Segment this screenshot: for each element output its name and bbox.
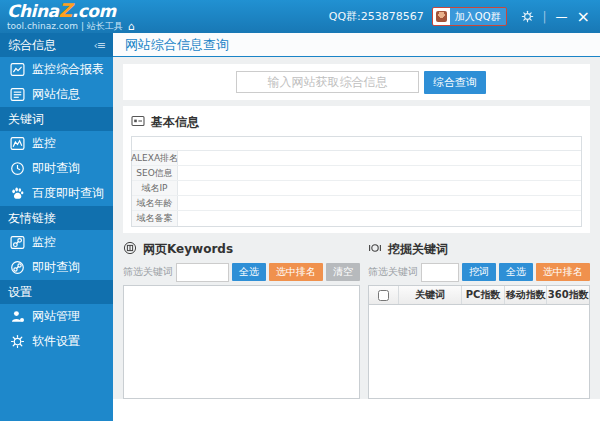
- settings-gear-icon[interactable]: [521, 10, 534, 23]
- close-button[interactable]: ×: [577, 7, 590, 26]
- select-all-button[interactable]: 全选: [232, 263, 266, 281]
- alexa-rank-value: [178, 151, 581, 165]
- sidebar-item-label: 监控: [32, 234, 56, 251]
- clear-button[interactable]: 清空: [326, 263, 360, 281]
- column-mobile-index: 移动指数: [505, 286, 548, 304]
- section-label: 综合信息: [8, 37, 56, 54]
- basic-info-icon: [131, 114, 145, 131]
- table-row: 域名备案: [132, 211, 581, 226]
- join-qq-label: 加入QQ群: [450, 8, 506, 25]
- sidebar-item-site-info[interactable]: 网站信息: [0, 82, 113, 107]
- sidebar-item-link-instant-query[interactable]: 即时查询: [0, 255, 113, 280]
- domain-age-value: [178, 196, 581, 210]
- sidebar-item-label: 监控: [32, 135, 56, 152]
- keywords-table-body[interactable]: [369, 305, 589, 398]
- link-monitor-icon: [10, 235, 25, 250]
- table-row: SEO信息: [132, 166, 581, 181]
- mining-keywords-title: 挖掘关键词: [388, 241, 448, 258]
- mining-keywords-icon: [368, 241, 382, 258]
- sidebar-item-label: 百度即时查询: [32, 185, 104, 202]
- clock-icon: [10, 161, 25, 176]
- logo-com: .com: [72, 1, 116, 21]
- gear-icon: [10, 334, 25, 349]
- combined-query-button[interactable]: 综合查询: [424, 71, 486, 94]
- sidebar-section-friend-links: 友情链接: [0, 206, 113, 230]
- sidebar-item-site-manage[interactable]: 网站管理: [0, 304, 113, 329]
- select-all-button[interactable]: 全选: [499, 263, 533, 281]
- domain-ip-value: [178, 181, 581, 195]
- selected-rank-button[interactable]: 选中排名: [536, 263, 590, 281]
- report-chart-icon: [10, 62, 25, 77]
- sidebar-item-keyword-instant-query[interactable]: 即时查询: [0, 156, 113, 181]
- sidebar: 综合信息 ‹≡ 监控综合报表 网站信息 关键词 监控 即时查询 百度即时查询: [0, 33, 113, 421]
- baidu-paw-icon: [10, 186, 25, 201]
- main-content: 网站综合信息查询 综合查询 基本信息 ALEXA排名 S: [113, 33, 600, 421]
- filter-keywords-label: 筛选关键词: [123, 265, 173, 279]
- page-title: 网站综合信息查询: [125, 36, 229, 54]
- sidebar-item-keyword-monitor[interactable]: 监控: [0, 131, 113, 156]
- qq-group-label: QQ群:253878567: [329, 9, 424, 24]
- sidebar-item-link-monitor[interactable]: 监控: [0, 230, 113, 255]
- basic-info-table: ALEXA排名 SEO信息 域名IP 域名年龄 域名备案: [131, 136, 582, 227]
- seo-info-value: [178, 166, 581, 180]
- seo-info-label: SEO信息: [132, 166, 178, 180]
- sidebar-section-overview: 综合信息 ‹≡: [0, 33, 113, 57]
- keywords-filter-row: 筛选关键词 全选 选中排名 清空: [123, 259, 360, 285]
- logo-subtitle: tool.chinaz.com | 站长工具: [7, 22, 123, 31]
- sidebar-item-monitor-report[interactable]: 监控综合报表: [0, 57, 113, 82]
- mining-filter-input[interactable]: [421, 263, 459, 282]
- site-title-row: [132, 137, 581, 151]
- sidebar-item-label: 软件设置: [32, 333, 80, 350]
- sidebar-section-settings: 设置: [0, 280, 113, 304]
- keywords-filter-input[interactable]: [176, 263, 229, 282]
- section-label: 友情链接: [8, 210, 56, 227]
- alexa-rank-label: ALEXA排名: [132, 151, 178, 165]
- qq-avatar: [433, 8, 450, 25]
- domain-icp-label: 域名备案: [132, 211, 178, 226]
- sidebar-item-label: 监控综合报表: [32, 61, 104, 78]
- dig-words-button[interactable]: 挖词: [462, 263, 496, 281]
- user-icon: [10, 309, 25, 324]
- site-info-icon: [10, 87, 25, 102]
- mining-filter-row: 筛选关键词 挖词 全选 选中排名: [368, 259, 590, 285]
- sidebar-item-software-settings[interactable]: 软件设置: [0, 329, 113, 354]
- basic-info-panel: 基本信息 ALEXA排名 SEO信息 域名IP 域名年龄: [123, 106, 590, 233]
- sidebar-item-label: 即时查询: [32, 160, 80, 177]
- section-label: 设置: [8, 284, 32, 301]
- keywords-table-header: 关键词 PC指数 移动指数 360指数: [369, 286, 589, 305]
- domain-ip-label: 域名IP: [132, 181, 178, 195]
- filter-keywords-label: 筛选关键词: [368, 265, 418, 279]
- sidebar-item-baidu-instant-query[interactable]: 百度即时查询: [0, 181, 113, 206]
- logo-z: Z: [58, 0, 71, 21]
- column-keyword: 关键词: [399, 286, 462, 304]
- sidebar-item-label: 网站管理: [32, 308, 80, 325]
- table-row: ALEXA排名: [132, 151, 581, 166]
- sidebar-item-label: 网站信息: [32, 86, 80, 103]
- keywords-list-box[interactable]: [123, 285, 360, 399]
- basic-info-title: 基本信息: [151, 114, 199, 131]
- webpage-keywords-icon: [123, 241, 137, 258]
- minimize-button[interactable]: —: [556, 14, 568, 20]
- home-icon[interactable]: ⌂: [128, 21, 135, 32]
- select-all-checkbox[interactable]: [378, 290, 389, 301]
- content-header: 网站综合信息查询: [113, 33, 600, 57]
- webpage-keywords-title: 网页Keywords: [143, 241, 233, 258]
- link-query-icon: [10, 260, 25, 275]
- collapse-icon[interactable]: ‹≡: [93, 39, 105, 52]
- sidebar-section-keywords: 关键词: [0, 107, 113, 131]
- sidebar-item-label: 即时查询: [32, 259, 80, 276]
- domain-age-label: 域名年龄: [132, 196, 178, 210]
- site-url-input[interactable]: [236, 71, 419, 93]
- section-label: 关键词: [8, 111, 44, 128]
- search-panel: 综合查询: [123, 64, 590, 100]
- logo-text: ChinaZ.com: [7, 1, 135, 20]
- mining-keywords-panel: 挖掘关键词 筛选关键词 挖词 全选 选中排名 关键词 PC指数 移动指数 360…: [368, 239, 590, 399]
- column-360-index: 360指数: [547, 286, 589, 304]
- table-row: 域名IP: [132, 181, 581, 196]
- logo-china: China: [7, 1, 58, 21]
- mining-keywords-table: 关键词 PC指数 移动指数 360指数: [368, 285, 590, 399]
- domain-icp-value: [178, 211, 581, 226]
- join-qq-button[interactable]: 加入QQ群: [432, 7, 507, 26]
- selected-rank-button[interactable]: 选中排名: [269, 263, 323, 281]
- column-pc-index: PC指数: [462, 286, 505, 304]
